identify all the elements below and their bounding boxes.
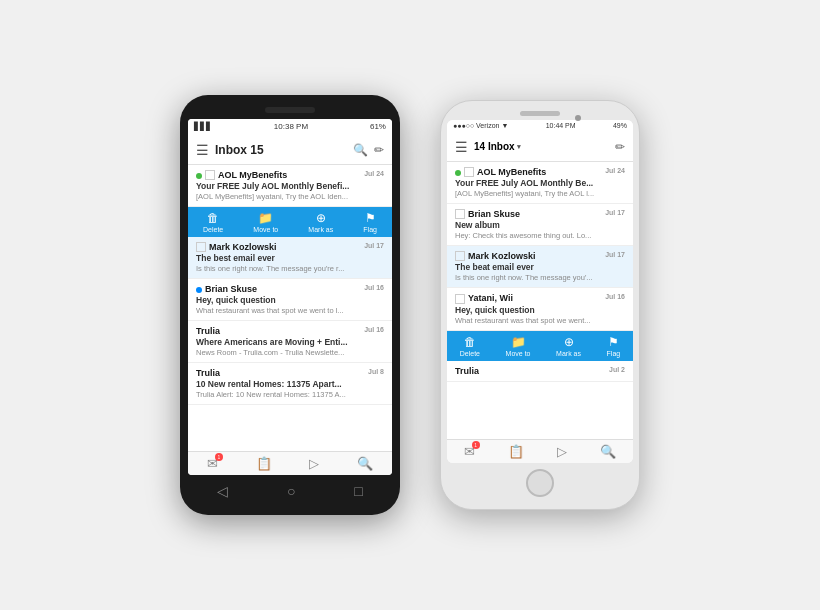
iphone-markas-btn[interactable]: ⊕ Mark as	[556, 335, 581, 357]
iphone-home-button[interactable]	[526, 469, 554, 497]
android-delete-label: Delete	[203, 226, 223, 233]
android-email-sender-3: Brian Skuse Jul 16	[196, 284, 384, 294]
iphone-calendar-icon: 📋	[508, 444, 524, 459]
android-email-date-3: Jul 16	[364, 284, 384, 294]
android-email-item-4[interactable]: Trulia Jul 16 Where Americans are Moving…	[188, 321, 392, 363]
iphone-email-date-5: Jul 2	[609, 366, 625, 376]
iphone-status-bar: ●●●○○ Verizon ▼ 10:44 PM 49%	[447, 120, 633, 130]
iphone-email-item-5[interactable]: Trulia Jul 2	[447, 361, 633, 382]
android-mail-icon: ✉ 1	[207, 456, 218, 471]
android-markas-btn[interactable]: ⊕ Mark as	[308, 211, 333, 233]
android-email-sender-4: Trulia Jul 16	[196, 326, 384, 336]
android-time: 10:38 PM	[274, 122, 308, 131]
android-inbox-title: Inbox 15	[215, 143, 353, 157]
android-email-preview-3: What restaurant was that spot we went to…	[196, 306, 384, 315]
iphone-email-subject-1: Your FREE July AOL Monthly Be...	[455, 178, 625, 188]
iphone-markas-label: Mark as	[556, 350, 581, 357]
iphone-email-preview-2: Hey: Check this awesome thing out. Lo...	[455, 231, 625, 240]
iphone-moveto-btn[interactable]: 📁 Move to	[506, 335, 531, 357]
iphone-email-header: ☰ 14 Inbox ▾ ✏	[447, 130, 633, 162]
iphone-inbox-title: 14 Inbox	[474, 141, 515, 152]
iphone-checkbox-1[interactable]	[464, 167, 474, 177]
iphone-status-right: 49%	[613, 122, 627, 129]
android-battery: 61%	[370, 122, 386, 131]
android-media-icon: ▷	[309, 456, 319, 471]
android-home-icon[interactable]: ○	[287, 483, 295, 499]
android-markas-icon: ⊕	[316, 211, 326, 225]
android-recents-icon[interactable]: □	[354, 483, 362, 499]
android-email-subject-4: Where Americans are Moving + Enti...	[196, 337, 384, 347]
iphone-email-date-2: Jul 17	[605, 209, 625, 219]
android-email-preview-1: [AOL MyBenefits] wyatani, Try the AOL Id…	[196, 192, 384, 201]
iphone-inbox-dropdown[interactable]: 14 Inbox ▾	[474, 141, 521, 152]
iphone-email-sender-1: AOL MyBenefits Jul 24	[455, 167, 625, 177]
android-flag-btn[interactable]: ⚑ Flag	[363, 211, 377, 233]
android-menu-icon[interactable]: ☰	[196, 142, 209, 158]
iphone-email-subject-2: New album	[455, 220, 625, 230]
iphone-checkbox-4[interactable]	[455, 294, 465, 304]
iphone-email-item-1[interactable]: AOL MyBenefits Jul 24 Your FREE July AOL…	[447, 162, 633, 204]
android-email-date-1: Jul 24	[364, 170, 384, 180]
iphone-nav-search[interactable]: 🔍	[600, 444, 616, 459]
android-nav-mail[interactable]: ✉ 1	[207, 456, 218, 471]
android-email-sender-1: AOL MyBenefits Jul 24	[196, 170, 384, 180]
iphone-flag-icon: ⚑	[608, 335, 619, 349]
iphone-delete-btn[interactable]: 🗑 Delete	[460, 335, 480, 357]
android-nav-calendar[interactable]: 📋	[256, 456, 272, 471]
iphone-menu-icon[interactable]: ☰	[455, 139, 468, 155]
iphone-nav-media[interactable]: ▷	[557, 444, 567, 459]
android-compose-icon[interactable]: ✏	[374, 143, 384, 157]
android-email-item-2[interactable]: Mark Kozlowski Jul 17 The best email eve…	[188, 237, 392, 279]
android-screen: ▋▋▋ 10:38 PM 61% ☰ Inbox 15 🔍 ✏	[188, 119, 392, 475]
iphone-battery: 49%	[613, 122, 627, 129]
android-email-date-5: Jul 8	[368, 368, 384, 378]
android-checkbox-2[interactable]	[196, 242, 206, 252]
iphone-email-sender-3: Mark Kozlowski Jul 17	[455, 251, 625, 261]
iphone-checkbox-3[interactable]	[455, 251, 465, 261]
android-search-icon[interactable]: 🔍	[353, 143, 368, 157]
iphone-email-preview-1: [AOL MyBenefits] wyatani, Try the AOL l.…	[455, 189, 625, 198]
iphone-dropdown-arrow: ▾	[517, 143, 521, 151]
android-nav-media[interactable]: ▷	[309, 456, 319, 471]
android-moveto-btn[interactable]: 📁 Move to	[253, 211, 278, 233]
android-mail-badge: 1	[215, 453, 223, 461]
android-phone: ▋▋▋ 10:38 PM 61% ☰ Inbox 15 🔍 ✏	[180, 95, 400, 515]
main-scene: ▋▋▋ 10:38 PM 61% ☰ Inbox 15 🔍 ✏	[0, 0, 820, 610]
android-flag-label: Flag	[363, 226, 377, 233]
iphone-mail-badge: 1	[472, 441, 480, 449]
iphone-email-item-2[interactable]: Brian Skuse Jul 17 New album Hey: Check …	[447, 204, 633, 246]
android-email-subject-2: The best email ever	[196, 253, 384, 263]
iphone-flag-btn[interactable]: ⚑ Flag	[607, 335, 621, 357]
iphone-email-sender-5: Trulia Jul 2	[455, 366, 625, 376]
android-email-preview-5: Trulia Alert: 10 New rental Homes: 11375…	[196, 390, 384, 399]
iphone-email-item-3[interactable]: Mark Kozlowski Jul 17 The beat email eve…	[447, 246, 633, 288]
android-signal: ▋▋▋	[194, 122, 212, 131]
android-status-right: 61%	[370, 122, 386, 131]
android-delete-btn[interactable]: 🗑 Delete	[203, 211, 223, 233]
android-back-icon[interactable]: ◁	[217, 483, 228, 499]
iphone-bottom-nav: ✉ 1 📋 ▷ 🔍	[447, 439, 633, 463]
android-nav-search[interactable]: 🔍	[357, 456, 373, 471]
android-email-item-1[interactable]: AOL MyBenefits Jul 24 Your FREE July AOL…	[188, 165, 392, 207]
iphone-delete-label: Delete	[460, 350, 480, 357]
iphone-compose-icon[interactable]: ✏	[615, 140, 625, 154]
iphone-email-preview-3: Is this one right now. The message you'.…	[455, 273, 625, 282]
android-email-item-5[interactable]: Trulia Jul 8 10 New rental Homes: 11375 …	[188, 363, 392, 405]
iphone-green-dot-1	[455, 170, 461, 176]
iphone-email-subject-4: Hey, quick question	[455, 305, 625, 315]
iphone-nav-mail[interactable]: ✉ 1	[464, 444, 475, 459]
android-checkbox-1[interactable]	[205, 170, 215, 180]
android-email-item-3[interactable]: Brian Skuse Jul 16 Hey, quick question W…	[188, 279, 392, 321]
iphone-camera	[575, 115, 581, 121]
iphone-checkbox-2[interactable]	[455, 209, 465, 219]
iphone-nav-calendar[interactable]: 📋	[508, 444, 524, 459]
android-email-subject-5: 10 New rental Homes: 11375 Apart...	[196, 379, 384, 389]
iphone-moveto-label: Move to	[506, 350, 531, 357]
android-email-subject-3: Hey, quick question	[196, 295, 384, 305]
android-email-sender-5: Trulia Jul 8	[196, 368, 384, 378]
android-delete-icon: 🗑	[207, 211, 219, 225]
android-email-preview-2: Is this one right now. The message you'r…	[196, 264, 384, 273]
iphone-email-item-4[interactable]: Yatani, Wii Jul 16 Hey, quick question W…	[447, 288, 633, 330]
iphone-flag-label: Flag	[607, 350, 621, 357]
iphone-email-subject-3: The beat email ever	[455, 262, 625, 272]
